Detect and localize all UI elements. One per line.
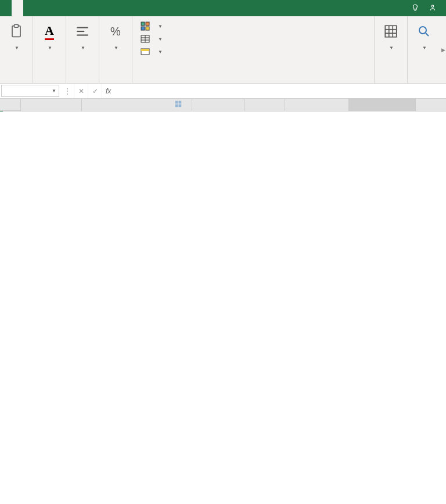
dropdown-arrow-icon: ▼ [158, 37, 163, 42]
formula-bar-separator: ⋮ [60, 84, 74, 98]
dropdown-arrow-icon: ▼ [48, 45, 52, 51]
format-as-table-button[interactable]: ▼ [138, 33, 165, 45]
svg-rect-15 [141, 49, 149, 51]
dropdown-arrow-icon: ▼ [158, 24, 163, 29]
alignment-icon [73, 22, 92, 41]
col-header[interactable] [192, 99, 244, 111]
alignment-button[interactable]: ▼ [72, 20, 93, 53]
svg-rect-6 [141, 22, 145, 26]
col-header[interactable] [21, 99, 82, 111]
cell-styles-icon [141, 47, 150, 56]
svg-point-0 [431, 5, 434, 6]
fx-icon[interactable]: fx [102, 84, 114, 98]
dropdown-arrow-icon: ▼ [52, 88, 56, 93]
conditional-formatting-icon [141, 21, 150, 31]
watermark [174, 100, 185, 108]
col-header[interactable] [285, 99, 349, 111]
group-font: A ▼ [33, 16, 66, 83]
table-icon [141, 34, 150, 44]
clipboard-button[interactable]: ▼ [6, 20, 27, 53]
ribbon-tabs [0, 0, 446, 16]
tab-help[interactable] [105, 0, 116, 16]
ribbon-expand[interactable]: ▶ [440, 16, 446, 83]
tab-formulas[interactable] [46, 0, 58, 16]
spreadsheet-grid [0, 99, 446, 111]
tab-view[interactable] [81, 0, 93, 16]
cell-styles-button[interactable]: ▼ [138, 45, 165, 58]
svg-rect-8 [141, 27, 145, 30]
number-button[interactable]: % ▼ [105, 20, 126, 53]
percent-icon: % [106, 22, 125, 41]
font-icon: A [40, 22, 59, 41]
search-icon [415, 22, 433, 41]
svg-rect-23 [175, 101, 178, 104]
dropdown-arrow-icon: ▼ [114, 45, 118, 51]
svg-rect-9 [146, 27, 149, 30]
svg-rect-26 [179, 105, 182, 107]
svg-rect-16 [385, 26, 397, 37]
col-header[interactable] [244, 99, 285, 111]
dropdown-arrow-icon: ▼ [422, 45, 427, 51]
group-styles: ▼ ▼ ▼ [132, 16, 375, 83]
col-header[interactable] [349, 99, 416, 111]
group-editing: ▼ [408, 16, 440, 83]
svg-point-21 [419, 27, 426, 34]
dropdown-arrow-icon: ▼ [158, 49, 163, 55]
tab-insert[interactable] [23, 0, 35, 16]
formula-bar: ▼ ⋮ ✕ ✓ fx [0, 84, 446, 99]
cells-button[interactable]: ▼ [380, 20, 401, 53]
svg-rect-2 [15, 24, 19, 27]
clipboard-icon [7, 22, 26, 41]
group-clipboard: ▼ [0, 16, 33, 83]
tab-home[interactable] [12, 0, 23, 16]
tab-page[interactable] [35, 0, 46, 16]
cancel-icon[interactable]: ✕ [74, 84, 88, 98]
font-button[interactable]: A ▼ [39, 20, 60, 53]
svg-line-22 [426, 33, 429, 36]
cells-icon [382, 22, 400, 41]
svg-rect-7 [146, 22, 149, 26]
conditional-formatting-button[interactable]: ▼ [138, 20, 165, 33]
editing-button[interactable]: ▼ [413, 20, 434, 53]
share-icon [429, 3, 437, 13]
svg-rect-25 [175, 105, 178, 107]
enter-icon[interactable]: ✓ [88, 84, 102, 98]
group-number: % ▼ [99, 16, 132, 83]
dropdown-arrow-icon: ▼ [81, 45, 85, 51]
lightbulb-icon [411, 3, 419, 13]
group-alignment: ▼ [66, 16, 99, 83]
tab-file[interactable] [0, 0, 12, 16]
ribbon: ▼ A ▼ ▼ % ▼ [0, 16, 446, 84]
tab-review[interactable] [70, 0, 81, 16]
formula-input[interactable] [114, 84, 446, 98]
dropdown-arrow-icon: ▼ [15, 45, 19, 51]
tab-data[interactable] [58, 0, 70, 16]
tab-developer[interactable] [93, 0, 105, 16]
group-cells: ▼ [375, 16, 408, 83]
name-box[interactable]: ▼ [1, 85, 59, 97]
select-all-corner[interactable] [0, 99, 21, 111]
dropdown-arrow-icon: ▼ [389, 45, 394, 51]
svg-rect-24 [179, 101, 182, 104]
